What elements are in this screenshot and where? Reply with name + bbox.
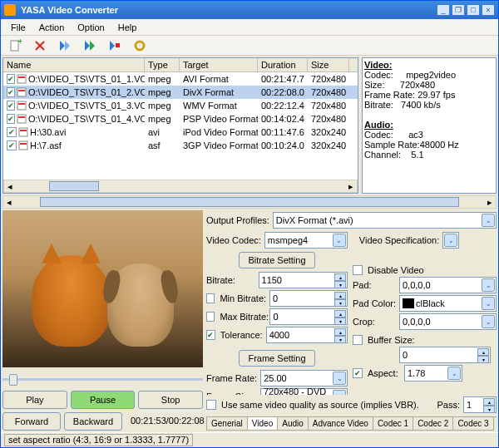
menu-action[interactable]: Action xyxy=(32,21,72,34)
row-duration: 00:11:47.6 xyxy=(258,127,308,137)
pause-button[interactable]: Pause xyxy=(71,391,136,409)
preview-panel: Play Pause Stop Forward Backward 00:21:5… xyxy=(1,209,205,432)
tab-codec-1[interactable]: Codec 1 xyxy=(373,417,413,431)
row-duration: 00:14:02.4 xyxy=(258,114,308,124)
aspect-input[interactable]: 1.78⌄ xyxy=(404,365,462,382)
svg-rect-13 xyxy=(18,76,25,78)
row-checkbox[interactable]: ✔ xyxy=(7,101,15,111)
toolbar: + xyxy=(1,36,498,56)
add-file-icon[interactable]: + xyxy=(7,38,22,53)
table-row[interactable]: ✔H:\30.aviaviiPod Video Format00:11:47.6… xyxy=(3,126,358,139)
aspect-checkbox[interactable]: ✔ xyxy=(353,368,363,378)
row-target: PSP Video Format xyxy=(180,114,258,124)
table-row[interactable]: ✔O:\VIDEO_TS\VTS_01_3.VOBmpegWMV Format0… xyxy=(3,99,358,112)
tab-audio[interactable]: Audio xyxy=(277,417,309,431)
pad-input[interactable]: 0,0,0,0⌄ xyxy=(399,277,497,293)
settings-tabs: GenerialVideoAudioAdvance VideoCodec 1Co… xyxy=(206,416,497,431)
row-target: AVI Format xyxy=(180,74,258,84)
seek-slider[interactable] xyxy=(2,371,203,387)
col-name-header[interactable]: Name xyxy=(3,58,145,71)
buffer-size-input[interactable]: 0▴▾ xyxy=(399,347,491,363)
row-duration: 00:21:47.7 xyxy=(258,74,308,84)
tab-advance-video[interactable]: Advance Video xyxy=(308,417,373,431)
col-size-header[interactable]: Size xyxy=(308,58,349,71)
row-type: mpeg xyxy=(145,74,180,84)
splitter-hscroll[interactable]: ◂ ▸ xyxy=(2,195,497,209)
minimize-button[interactable]: _ xyxy=(437,4,450,16)
pad-color-combo[interactable]: clBlack⌄ xyxy=(399,295,497,312)
row-checkbox[interactable]: ✔ xyxy=(7,114,15,124)
table-row[interactable]: ✔O:\VIDEO_TS\VTS_01_2.VOBmpegDivX Format… xyxy=(3,86,358,99)
stop-convert-icon[interactable] xyxy=(107,38,122,53)
file-list: Name Type Target Duration Size ✔O:\VIDEO… xyxy=(2,57,358,194)
menu-option[interactable]: Option xyxy=(71,21,111,34)
video-spec-combo[interactable]: ⌄ xyxy=(442,232,459,249)
crop-input[interactable]: 0,0,0,0⌄ xyxy=(399,313,497,330)
play-button[interactable]: Play xyxy=(2,391,67,409)
table-row[interactable]: ✔O:\VIDEO_TS\VTS_01_4.VOBmpegPSP Video F… xyxy=(3,112,358,126)
close-button[interactable]: × xyxy=(482,4,495,16)
forward-button[interactable]: Forward xyxy=(2,412,61,431)
maximize-button[interactable]: □ xyxy=(467,4,480,16)
backward-button[interactable]: Backward xyxy=(64,412,122,431)
video-preview xyxy=(2,210,203,367)
col-type-header[interactable]: Type xyxy=(145,58,180,71)
row-checkbox[interactable]: ✔ xyxy=(7,74,15,84)
list-body[interactable]: ✔O:\VIDEO_TS\VTS_01_1.VOBmpegAVI Format0… xyxy=(3,72,358,180)
pass-input[interactable]: 1▴▾ xyxy=(463,396,497,413)
video-codec-combo[interactable]: msmpeg4⌄ xyxy=(264,232,348,249)
min-bitrate-input[interactable]: 0▴▾ xyxy=(269,290,348,307)
list-header: Name Type Target Duration Size xyxy=(3,58,358,72)
tolerance-input[interactable]: 4000▴▾ xyxy=(266,327,348,343)
restore-button[interactable]: ❐ xyxy=(452,4,465,16)
row-target: 3GP Video Format xyxy=(180,140,258,150)
vbr-checkbox[interactable] xyxy=(206,400,216,410)
row-checkbox[interactable]: ✔ xyxy=(7,87,15,97)
max-bitrate-checkbox[interactable] xyxy=(206,312,215,322)
col-target-header[interactable]: Target xyxy=(180,58,258,71)
row-name: O:\VIDEO_TS\VTS_01_1.VOB xyxy=(28,74,145,84)
frame-setting-button[interactable]: Frame Setting xyxy=(239,350,314,367)
frame-size-combo[interactable]: 720x480 - DVD compli⌄ xyxy=(260,388,348,395)
output-profiles-combo[interactable]: DivX Format (*.avi)⌄ xyxy=(273,212,497,229)
stop-button[interactable]: Stop xyxy=(138,391,203,409)
file-icon xyxy=(18,140,30,150)
table-row[interactable]: ✔O:\VIDEO_TS\VTS_01_1.VOBmpegAVI Format0… xyxy=(3,72,358,86)
col-duration-header[interactable]: Duration xyxy=(258,58,308,71)
chevron-down-icon: ⌄ xyxy=(482,278,495,292)
disable-video-checkbox[interactable] xyxy=(353,265,363,275)
row-name: O:\VIDEO_TS\VTS_01_2.VOB xyxy=(28,87,145,97)
tab-codec-2[interactable]: Codec 2 xyxy=(413,417,453,431)
convert-selected-icon[interactable] xyxy=(82,38,97,53)
bottom-row: Play Pause Stop Forward Backward 00:21:5… xyxy=(1,209,498,432)
row-type: avi xyxy=(145,127,180,137)
list-hscroll[interactable]: ◂ ▸ xyxy=(3,180,358,193)
tab-generial[interactable]: Generial xyxy=(206,417,248,431)
row-target: WMV Format xyxy=(180,101,258,111)
svg-rect-22 xyxy=(19,141,27,150)
media-info-pane: Video: Codec: mpeg2video Size: 720x480 F… xyxy=(362,57,497,194)
buffer-size-checkbox[interactable] xyxy=(353,335,363,345)
bitrate-input[interactable]: 1150▴▾ xyxy=(259,272,348,288)
row-size: 320x240 xyxy=(308,127,349,137)
row-type: mpeg xyxy=(145,87,180,97)
timecode: 00:21:53/00:22:08 xyxy=(131,412,205,431)
row-checkbox[interactable]: ✔ xyxy=(7,127,17,137)
convert-icon[interactable] xyxy=(57,38,72,53)
remove-file-icon[interactable] xyxy=(32,38,47,53)
row-type: mpeg xyxy=(145,101,180,111)
tab-video[interactable]: Video xyxy=(247,417,278,431)
menu-file[interactable]: File xyxy=(4,21,32,34)
settings-icon[interactable] xyxy=(132,38,147,53)
min-bitrate-checkbox[interactable] xyxy=(206,293,215,303)
tolerance-checkbox[interactable]: ✔ xyxy=(206,330,215,340)
video-codec-label: Video Codec: xyxy=(206,235,261,245)
table-row[interactable]: ✔H:\7.asfasf3GP Video Format00:10:24.032… xyxy=(3,139,358,152)
tab-codec-3[interactable]: Codec 3 xyxy=(452,417,493,431)
max-bitrate-input[interactable]: 0▴▾ xyxy=(269,308,348,325)
row-checkbox[interactable]: ✔ xyxy=(7,140,17,150)
bitrate-setting-button[interactable]: Bitrate Setting xyxy=(239,252,314,268)
menu-help[interactable]: Help xyxy=(111,21,144,34)
frame-rate-combo[interactable]: 25.00⌄ xyxy=(260,370,348,386)
row-duration: 00:22:12.4 xyxy=(258,101,308,111)
